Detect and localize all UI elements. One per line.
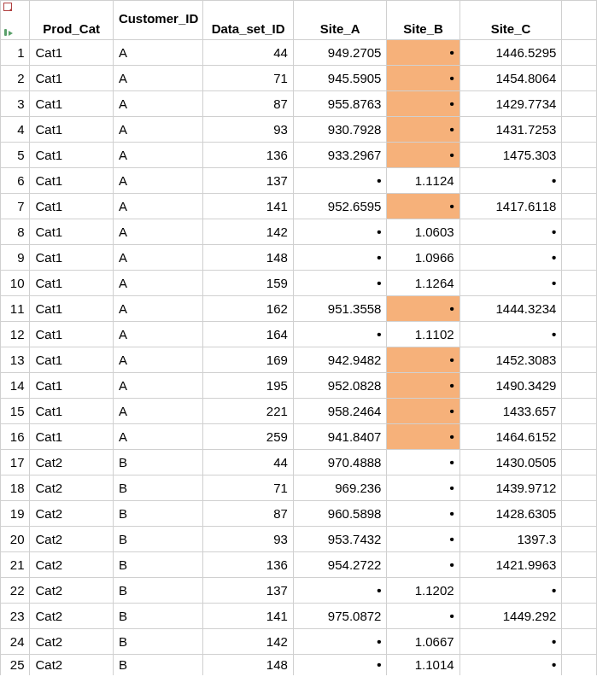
row-number[interactable]: 24 — [1, 629, 30, 655]
cell-prod-cat[interactable]: Cat1 — [30, 219, 113, 245]
cell-customer-id[interactable]: A — [113, 424, 203, 450]
cell-site-b[interactable]: 1.1202 — [387, 578, 459, 604]
cell-site-c[interactable]: 1417.6118 — [459, 194, 562, 219]
cell-prod-cat[interactable]: Cat1 — [30, 373, 113, 399]
row-number[interactable]: 4 — [1, 117, 30, 143]
cell-data-set-id[interactable]: 221 — [203, 399, 294, 424]
cell-prod-cat[interactable]: Cat1 — [30, 271, 113, 296]
cell-customer-id[interactable]: A — [113, 143, 203, 168]
cell-data-set-id[interactable]: 195 — [203, 373, 294, 399]
cell-data-set-id[interactable]: 87 — [203, 91, 294, 117]
row-number[interactable]: 11 — [1, 296, 30, 322]
cell-prod-cat[interactable]: Cat1 — [30, 117, 113, 143]
cell-site-b[interactable]: • — [387, 66, 459, 91]
table-row[interactable]: 10Cat1A159•1.1264• — [1, 271, 597, 296]
row-number[interactable]: 18 — [1, 475, 30, 501]
row-number[interactable]: 22 — [1, 578, 30, 604]
cell-site-a[interactable]: 933.2967 — [293, 143, 387, 168]
cell-empty[interactable] — [562, 271, 597, 296]
cell-data-set-id[interactable]: 148 — [203, 655, 294, 675]
row-number[interactable]: 14 — [1, 373, 30, 399]
cell-data-set-id[interactable]: 141 — [203, 604, 294, 629]
cell-site-b[interactable]: • — [387, 143, 459, 168]
cell-site-c[interactable]: 1444.3234 — [459, 296, 562, 322]
cell-site-a[interactable]: 960.5898 — [293, 501, 387, 527]
cell-customer-id[interactable]: B — [113, 578, 203, 604]
table-row[interactable]: 4Cat1A93930.7928•1431.7253 — [1, 117, 597, 143]
cell-site-c[interactable]: 1430.0505 — [459, 450, 562, 475]
cell-empty[interactable] — [562, 578, 597, 604]
cell-data-set-id[interactable]: 141 — [203, 194, 294, 219]
cell-customer-id[interactable]: A — [113, 373, 203, 399]
cell-customer-id[interactable]: B — [113, 501, 203, 527]
cell-empty[interactable] — [562, 475, 597, 501]
cell-customer-id[interactable]: A — [113, 271, 203, 296]
cell-site-c[interactable]: 1446.5295 — [459, 40, 562, 66]
row-number[interactable]: 19 — [1, 501, 30, 527]
table-row[interactable]: 15Cat1A221958.2464•1433.657 — [1, 399, 597, 424]
table-row[interactable]: 11Cat1A162951.3558•1444.3234 — [1, 296, 597, 322]
col-header-prod-cat[interactable]: Prod_Cat — [30, 1, 113, 40]
cell-site-c[interactable]: 1421.9963 — [459, 552, 562, 578]
row-number[interactable]: 23 — [1, 604, 30, 629]
table-row[interactable]: 20Cat2B93953.7432•1397.3 — [1, 527, 597, 552]
cell-site-a[interactable]: • — [293, 578, 387, 604]
cell-site-c[interactable]: 1397.3 — [459, 527, 562, 552]
cell-site-b[interactable]: • — [387, 527, 459, 552]
cell-site-b[interactable]: • — [387, 424, 459, 450]
cell-customer-id[interactable]: B — [113, 475, 203, 501]
cell-site-b[interactable]: • — [387, 347, 459, 373]
cell-site-c[interactable]: 1428.6305 — [459, 501, 562, 527]
cell-site-b[interactable]: • — [387, 296, 459, 322]
col-header-site-b[interactable]: Site_B — [387, 1, 459, 40]
cell-prod-cat[interactable]: Cat2 — [30, 501, 113, 527]
cell-data-set-id[interactable]: 137 — [203, 168, 294, 194]
table-row[interactable]: 9Cat1A148•1.0966• — [1, 245, 597, 271]
table-row[interactable]: 22Cat2B137•1.1202• — [1, 578, 597, 604]
cell-prod-cat[interactable]: Cat1 — [30, 424, 113, 450]
cell-prod-cat[interactable]: Cat2 — [30, 629, 113, 655]
table-row[interactable]: 5Cat1A136933.2967•1475.303 — [1, 143, 597, 168]
table-row[interactable]: 21Cat2B136954.2722•1421.9963 — [1, 552, 597, 578]
cell-data-set-id[interactable]: 44 — [203, 40, 294, 66]
cell-data-set-id[interactable]: 136 — [203, 552, 294, 578]
cell-site-a[interactable]: 969.236 — [293, 475, 387, 501]
table-row[interactable]: 17Cat2B44970.4888•1430.0505 — [1, 450, 597, 475]
cell-empty[interactable] — [562, 450, 597, 475]
table-row[interactable]: 13Cat1A169942.9482•1452.3083 — [1, 347, 597, 373]
cell-data-set-id[interactable]: 137 — [203, 578, 294, 604]
cell-customer-id[interactable]: A — [113, 347, 203, 373]
cell-site-c[interactable]: 1431.7253 — [459, 117, 562, 143]
cell-site-c[interactable]: • — [459, 271, 562, 296]
table-row[interactable]: 8Cat1A142•1.0603• — [1, 219, 597, 245]
row-number[interactable]: 21 — [1, 552, 30, 578]
cell-site-a[interactable]: • — [293, 219, 387, 245]
cell-prod-cat[interactable]: Cat2 — [30, 578, 113, 604]
cell-prod-cat[interactable]: Cat1 — [30, 143, 113, 168]
cell-customer-id[interactable]: B — [113, 655, 203, 675]
cell-empty[interactable] — [562, 117, 597, 143]
cell-prod-cat[interactable]: Cat2 — [30, 475, 113, 501]
cell-empty[interactable] — [562, 143, 597, 168]
cell-site-b[interactable]: 1.0667 — [387, 629, 459, 655]
cell-prod-cat[interactable]: Cat1 — [30, 245, 113, 271]
cell-site-a[interactable]: 941.8407 — [293, 424, 387, 450]
table-row[interactable]: 12Cat1A164•1.1102• — [1, 322, 597, 347]
cell-customer-id[interactable]: B — [113, 552, 203, 578]
cell-site-b[interactable]: • — [387, 91, 459, 117]
cell-customer-id[interactable]: A — [113, 91, 203, 117]
cell-data-set-id[interactable]: 164 — [203, 322, 294, 347]
cell-site-b[interactable]: • — [387, 552, 459, 578]
cell-site-a[interactable]: 949.2705 — [293, 40, 387, 66]
corner-cell[interactable] — [1, 1, 30, 40]
col-header-data-set-id[interactable]: Data_set_ID — [203, 1, 294, 40]
table-row[interactable]: 16Cat1A259941.8407•1464.6152 — [1, 424, 597, 450]
cell-site-b[interactable]: 1.0966 — [387, 245, 459, 271]
cell-empty[interactable] — [562, 527, 597, 552]
cell-customer-id[interactable]: B — [113, 604, 203, 629]
cell-empty[interactable] — [562, 604, 597, 629]
cell-data-set-id[interactable]: 142 — [203, 219, 294, 245]
cell-site-c[interactable]: • — [459, 655, 562, 675]
row-number[interactable]: 9 — [1, 245, 30, 271]
row-number[interactable]: 20 — [1, 527, 30, 552]
